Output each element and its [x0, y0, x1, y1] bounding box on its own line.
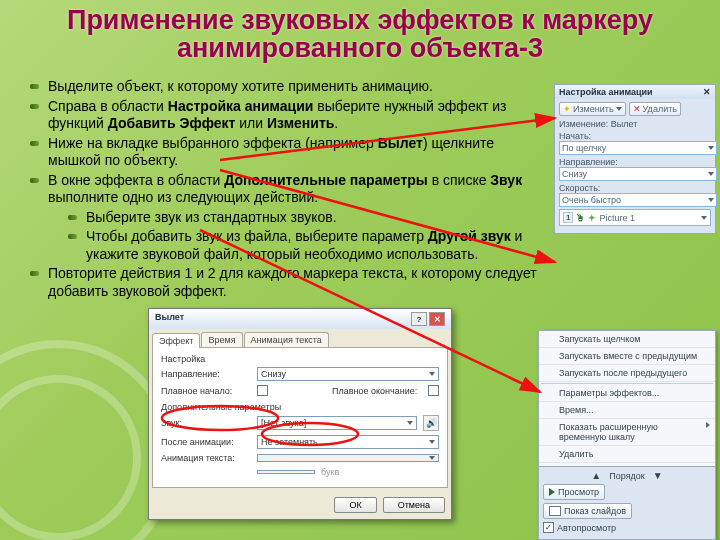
page-title: Применение звуковых эффектов к маркеру а…	[0, 6, 720, 63]
sub-bullet-2: Чтобы добавить звук из файла, выберите п…	[68, 228, 550, 263]
play-icon	[549, 488, 555, 496]
dlg-direction-label: Направление:	[161, 369, 251, 379]
dlg-direction-select[interactable]: Снизу	[257, 367, 439, 381]
change-effect-button[interactable]: ✦ Изменить	[559, 102, 626, 116]
smooth-end-checkbox[interactable]	[428, 385, 439, 396]
dlg-after-label: После анимации:	[161, 437, 251, 447]
effect-item-name: Picture 1	[599, 213, 635, 223]
dlg-decel-label: Плавное окончание:	[332, 386, 422, 396]
bullet-5: Повторите действия 1 и 2 для каждого мар…	[30, 265, 550, 300]
chevron-down-icon	[708, 198, 714, 202]
bullet-3: Ниже на вкладке выбранного эффекта (напр…	[30, 135, 550, 170]
bullet-4: В окне эффекта в области Дополнительные …	[30, 172, 550, 264]
reorder-down-icon[interactable]: ▼	[653, 470, 663, 481]
chevron-down-icon	[616, 107, 622, 111]
dlg-accel-label: Плавное начало:	[161, 386, 251, 396]
effect-dialog: Вылет ? ✕ Эффект Время Анимация текста Н…	[148, 308, 452, 520]
slideshow-button[interactable]: Показ слайдов	[543, 503, 632, 519]
x-icon: ✕	[633, 104, 641, 114]
group-advanced: Дополнительные параметры	[161, 402, 439, 412]
tab-effect[interactable]: Эффект	[152, 333, 200, 348]
ctx-timeline[interactable]: Показать расширенную временную шкалу	[539, 419, 715, 446]
ctx-timing[interactable]: Время...	[539, 402, 715, 419]
pane-header: Настройка анимации ✕	[555, 85, 715, 99]
chevron-down-icon	[708, 146, 714, 150]
effect-list-item[interactable]: 1 🖱 ✦ Picture 1	[559, 209, 711, 226]
order-label: Порядок	[609, 471, 644, 481]
ctx-effect-options[interactable]: Параметры эффектов...	[539, 385, 715, 402]
chevron-right-icon	[706, 422, 710, 428]
direction-select[interactable]: Снизу	[559, 167, 717, 181]
sub-bullet-1: Выберите звук из стандартных звуков.	[68, 209, 550, 227]
dlg-text-spinner	[257, 470, 315, 474]
chevron-down-icon	[407, 421, 413, 425]
chevron-down-icon	[429, 372, 435, 376]
change-effect-label: Изменение: Вылет	[559, 119, 711, 129]
bullet-2: Справа в области Настройка анимации выбе…	[30, 98, 550, 133]
smooth-start-checkbox[interactable]	[257, 385, 268, 396]
chevron-down-icon	[429, 440, 435, 444]
animation-pane: Настройка анимации ✕ ✦ Изменить ✕ Удалит…	[554, 84, 716, 234]
ctx-start-click[interactable]: Запускать щелчком	[539, 331, 715, 348]
speed-select[interactable]: Очень быстро	[559, 193, 717, 207]
star-icon: ✦	[563, 104, 571, 114]
start-select[interactable]: По щелчку	[559, 141, 717, 155]
chevron-down-icon	[708, 172, 714, 176]
speed-label: Скорость:	[559, 183, 711, 193]
dlg-text-label: Анимация текста:	[161, 453, 251, 463]
direction-label: Направление:	[559, 157, 711, 167]
cancel-button[interactable]: Отмена	[383, 497, 445, 513]
screen-icon	[549, 506, 561, 516]
tab-text-anim[interactable]: Анимация текста	[244, 332, 329, 347]
dlg-text-unit: букв	[321, 467, 339, 477]
separator	[541, 383, 713, 384]
dlg-after-select[interactable]: Не затемнять	[257, 435, 439, 449]
close-button[interactable]: ✕	[429, 312, 445, 326]
effect-number: 1	[563, 212, 573, 223]
reorder-up-icon[interactable]: ▲	[591, 470, 601, 481]
ctx-delete[interactable]: Удалить	[539, 446, 715, 463]
bullet-content: Выделите объект, к которому хотите приме…	[30, 78, 550, 302]
chevron-down-icon	[429, 456, 435, 460]
help-button[interactable]: ?	[411, 312, 427, 326]
star-icon: ✦	[588, 213, 596, 223]
ctx-start-after[interactable]: Запускать после предыдущего	[539, 365, 715, 382]
group-settings: Настройка	[161, 354, 439, 364]
close-icon[interactable]: ✕	[703, 87, 711, 97]
ok-button[interactable]: ОК	[334, 497, 376, 513]
speaker-icon[interactable]: 🔊	[423, 415, 439, 431]
pane-title: Настройка анимации	[559, 87, 653, 97]
bullet-1: Выделите объект, к которому хотите приме…	[30, 78, 550, 96]
dlg-sound-label: Звук:	[161, 418, 251, 428]
dialog-title: Вылет	[155, 312, 184, 326]
dialog-titlebar: Вылет ? ✕	[149, 309, 451, 329]
dlg-text-select	[257, 454, 439, 462]
autopreview-checkbox[interactable]: ✓	[543, 522, 554, 533]
autopreview-label: Автопросмотр	[557, 523, 616, 533]
mouse-icon: 🖱	[576, 213, 585, 223]
context-menu: Запускать щелчком Запускать вместе с пре…	[538, 330, 716, 540]
dlg-sound-select[interactable]: [Нет звука]	[257, 416, 417, 430]
start-label: Начать:	[559, 131, 711, 141]
tab-timing[interactable]: Время	[201, 332, 242, 347]
chevron-down-icon	[701, 216, 707, 220]
ctx-start-with[interactable]: Запускать вместе с предыдущим	[539, 348, 715, 365]
remove-effect-button[interactable]: ✕ Удалить	[629, 102, 681, 116]
preview-button[interactable]: Просмотр	[543, 484, 605, 500]
pane-lower-controls: ▲ Порядок ▼ Просмотр Показ слайдов ✓ Авт…	[539, 466, 715, 539]
